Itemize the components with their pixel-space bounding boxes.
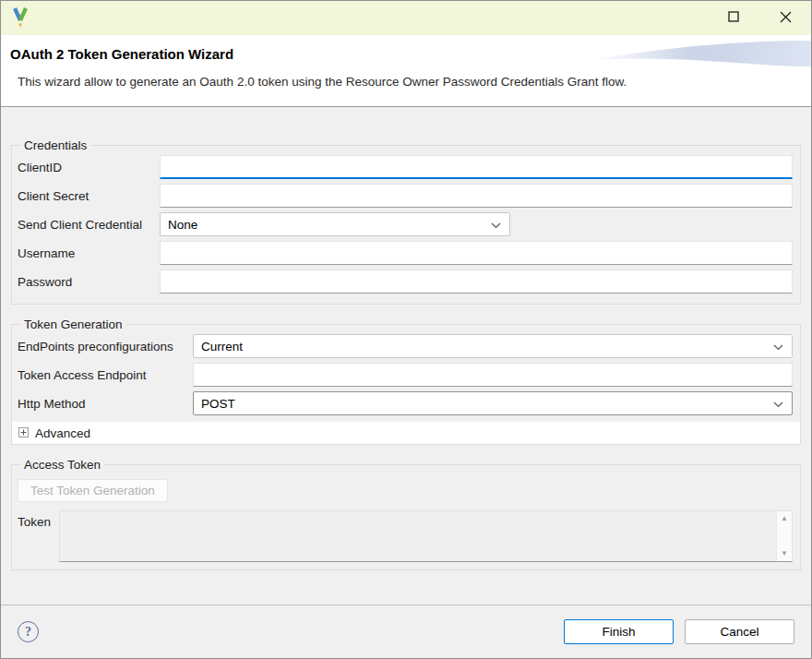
endpoints-preconfigurations-label: EndPoints preconfigurations bbox=[18, 340, 193, 353]
advanced-expander[interactable]: Advanced bbox=[12, 422, 800, 444]
token-output-area[interactable]: ▲ ▼ bbox=[59, 510, 793, 562]
client-id-label: ClientID bbox=[18, 161, 160, 174]
client-secret-row: Client Secret bbox=[18, 184, 793, 208]
password-row: Password bbox=[18, 270, 793, 294]
send-client-credential-select[interactable]: None bbox=[160, 212, 510, 236]
password-input[interactable] bbox=[160, 270, 793, 294]
chevron-down-icon bbox=[773, 397, 783, 411]
send-client-credential-value: None bbox=[168, 218, 197, 232]
cancel-button[interactable]: Cancel bbox=[685, 619, 794, 644]
token-access-endpoint-row: Token Access Endpoint bbox=[18, 363, 793, 387]
endpoints-preconfigurations-value: Current bbox=[201, 340, 243, 353]
close-button[interactable] bbox=[759, 1, 811, 35]
page-description: This wizard allow to generate an Oauth 2… bbox=[18, 75, 627, 89]
wizard-header: OAuth 2 Token Generation Wizard This wiz… bbox=[1, 35, 811, 107]
token-access-endpoint-label: Token Access Endpoint bbox=[18, 368, 193, 382]
http-method-value: POST bbox=[201, 397, 235, 411]
password-label: Password bbox=[18, 275, 160, 289]
plus-box-icon bbox=[18, 426, 29, 440]
question-mark-icon: ? bbox=[25, 625, 31, 640]
token-label: Token bbox=[18, 510, 59, 534]
username-input[interactable] bbox=[160, 241, 793, 265]
banner-decoration bbox=[571, 37, 811, 79]
client-id-input[interactable] bbox=[160, 155, 793, 179]
token-scrollbar[interactable]: ▲ ▼ bbox=[776, 511, 792, 561]
maximize-button[interactable] bbox=[708, 1, 759, 35]
client-id-row: ClientID bbox=[18, 155, 793, 179]
client-secret-label: Client Secret bbox=[18, 189, 160, 203]
token-row: Token ▲ ▼ bbox=[18, 510, 793, 562]
credentials-group-legend: Credentials bbox=[20, 138, 90, 152]
wizard-body: Credentials ClientID Client Secret Send … bbox=[1, 107, 811, 605]
http-method-label: Http Method bbox=[18, 397, 193, 411]
token-generation-group: Token Generation EndPoints preconfigurat… bbox=[11, 318, 801, 445]
chevron-down-icon bbox=[773, 340, 783, 353]
username-label: Username bbox=[18, 246, 160, 260]
wizard-window: OAuth 2 Token Generation Wizard This wiz… bbox=[0, 0, 812, 659]
app-logo-icon bbox=[10, 6, 30, 31]
endpoints-preconfigurations-select[interactable]: Current bbox=[193, 334, 793, 358]
advanced-label: Advanced bbox=[35, 426, 90, 440]
maximize-icon bbox=[728, 11, 739, 25]
token-generation-group-legend: Token Generation bbox=[20, 318, 126, 331]
credentials-group: Credentials ClientID Client Secret Send … bbox=[11, 138, 801, 305]
access-token-group-legend: Access Token bbox=[20, 458, 104, 472]
scroll-down-icon[interactable]: ▼ bbox=[781, 550, 788, 557]
test-token-generation-button[interactable]: Test Token Generation bbox=[18, 479, 168, 502]
client-secret-input[interactable] bbox=[160, 184, 793, 208]
username-row: Username bbox=[18, 241, 793, 265]
scroll-up-icon[interactable]: ▲ bbox=[781, 515, 788, 522]
titlebar[interactable] bbox=[1, 1, 811, 35]
send-client-credential-label: Send Client Credential bbox=[18, 218, 160, 232]
page-title: OAuth 2 Token Generation Wizard bbox=[10, 46, 233, 62]
access-token-group: Access Token Test Token Generation Token… bbox=[11, 458, 801, 570]
help-button[interactable]: ? bbox=[18, 621, 39, 642]
close-icon bbox=[780, 11, 792, 26]
finish-button[interactable]: Finish bbox=[564, 619, 674, 644]
http-method-select[interactable]: POST bbox=[193, 391, 793, 415]
send-client-credential-row: Send Client Credential None bbox=[18, 212, 793, 236]
endpoints-preconfigurations-row: EndPoints preconfigurations Current bbox=[18, 334, 793, 358]
token-access-endpoint-input[interactable] bbox=[193, 363, 793, 387]
chevron-down-icon bbox=[491, 218, 501, 232]
button-bar: ? Finish Cancel bbox=[1, 605, 811, 658]
http-method-row: Http Method POST bbox=[18, 391, 793, 415]
